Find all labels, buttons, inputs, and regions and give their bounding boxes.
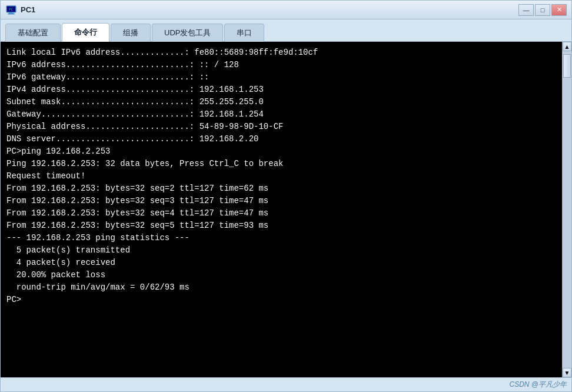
terminal-line: IPv6 address.........................: :… — [6, 59, 556, 71]
terminal-line: 5 packet(s) transmitted — [6, 244, 556, 257]
tab-multicast[interactable]: 组播 — [111, 24, 151, 42]
terminal-line: --- 192.168.2.253 ping statistics --- — [6, 232, 556, 244]
terminal-line: 4 packet(s) received — [6, 257, 556, 269]
terminal-line: From 192.168.2.253: bytes=32 seq=2 ttl=1… — [6, 182, 556, 195]
tab-command-line[interactable]: 命令行 — [62, 23, 109, 42]
terminal-line: From 192.168.2.253: bytes=32 seq=5 ttl=1… — [6, 220, 556, 232]
terminal-line: Physical address.....................: 5… — [6, 121, 556, 133]
scrollbar: ▲ ▼ — [562, 42, 571, 377]
terminal-line: 20.00% packet loss — [6, 269, 556, 281]
terminal-line: PC>ping 192.168.2.253 — [6, 145, 556, 158]
title-bar: PC PC1 — □ ✕ — [1, 1, 571, 19]
status-bar: CSDN @平凡少年 — [1, 377, 571, 391]
terminal-line: Subnet mask..........................: 2… — [6, 96, 556, 108]
pc-icon: PC — [5, 4, 17, 16]
maximize-button[interactable]: □ — [535, 4, 550, 16]
tab-udp-tool[interactable]: UDP发包工具 — [152, 24, 223, 42]
svg-rect-1 — [9, 12, 14, 14]
scroll-down-button[interactable]: ▼ — [563, 368, 571, 377]
scroll-track — [563, 51, 571, 368]
terminal-line: From 192.168.2.253: bytes=32 seq=3 ttl=1… — [6, 195, 556, 207]
terminal-line: IPv4 address.........................: 1… — [6, 84, 556, 96]
tab-basic-config[interactable]: 基础配置 — [5, 24, 61, 42]
window-title: PC1 — [21, 5, 518, 14]
minimize-button[interactable]: — — [518, 4, 534, 16]
scroll-up-button[interactable]: ▲ — [563, 42, 571, 51]
terminal-line: IPv6 gateway.........................: :… — [6, 71, 556, 84]
terminal-line: DNS server...........................: 1… — [6, 133, 556, 145]
window-controls: — □ ✕ — [518, 4, 567, 16]
close-button[interactable]: ✕ — [551, 4, 567, 16]
watermark: CSDN @平凡少年 — [509, 380, 567, 390]
tab-serial[interactable]: 串口 — [224, 24, 264, 42]
terminal-line: From 192.168.2.253: bytes=32 seq=4 ttl=1… — [6, 207, 556, 220]
svg-rect-2 — [8, 14, 15, 15]
terminal[interactable]: Link local IPv6 address.............: fe… — [1, 42, 562, 377]
main-window: PC PC1 — □ ✕ 基础配置 命令行 组播 UDP发包工具 串口 Link… — [0, 0, 572, 392]
content-area: Link local IPv6 address.............: fe… — [1, 42, 571, 377]
terminal-line: Ping 192.168.2.253: 32 data bytes, Press… — [6, 158, 556, 170]
terminal-line: Link local IPv6 address.............: fe… — [6, 46, 556, 59]
terminal-line: PC> — [6, 294, 556, 306]
scroll-thumb[interactable] — [563, 54, 571, 78]
terminal-line: round-trip min/avg/max = 0/62/93 ms — [6, 281, 556, 294]
svg-text:PC: PC — [9, 7, 14, 11]
tab-bar: 基础配置 命令行 组播 UDP发包工具 串口 — [1, 19, 571, 42]
terminal-line: Request timeout! — [6, 170, 556, 182]
terminal-line: Gateway..............................: 1… — [6, 108, 556, 121]
